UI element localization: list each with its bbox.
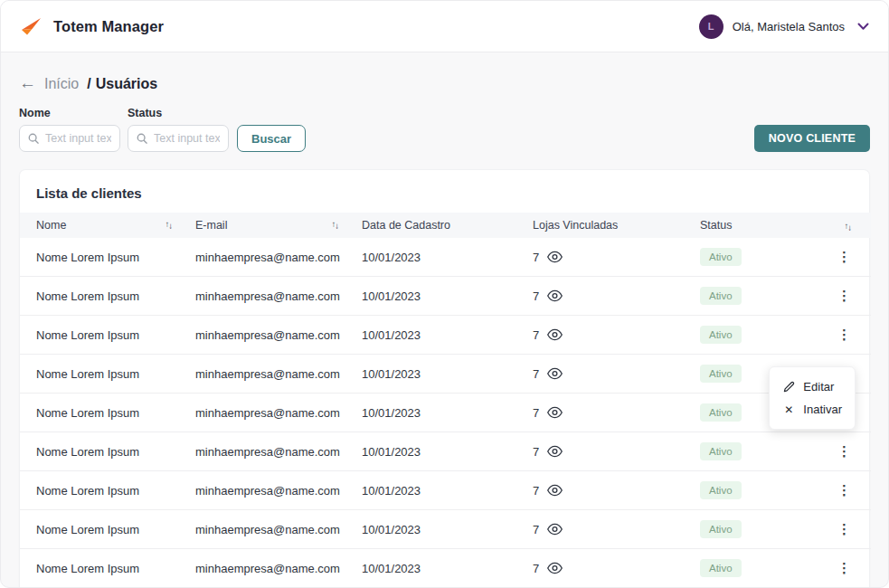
eye-icon[interactable] <box>547 367 563 380</box>
client-name-cell: Nome Lorem Ipsum <box>20 238 188 277</box>
eye-icon[interactable] <box>547 523 563 536</box>
stores-count: 7 <box>533 523 539 536</box>
client-date-cell: 10/01/2023 <box>355 316 525 355</box>
client-name-cell: Nome Lorem Ipsum <box>20 277 188 316</box>
client-status-cell: Ativo <box>693 432 819 471</box>
client-stores-cell: 7 <box>525 394 693 432</box>
sort-icon[interactable]: ↑↓ <box>845 221 852 232</box>
client-actions-cell: ⋮ <box>819 432 871 471</box>
user-menu[interactable]: L Olá, Maristela Santos <box>699 14 869 39</box>
client-date-cell: 10/01/2023 <box>355 277 525 316</box>
client-email-cell: minhaempresa@name.com <box>188 355 355 394</box>
client-stores-cell: 7 <box>525 471 693 510</box>
kebab-menu-icon[interactable]: ⋮ <box>837 327 851 342</box>
status-filter-input-wrap <box>128 125 229 152</box>
client-list-card: Lista de clientes Nome ↑↓ E-mail ↑↓ <box>19 169 870 588</box>
eye-icon[interactable] <box>547 328 563 341</box>
back-arrow-icon[interactable]: ← <box>19 74 36 93</box>
client-actions-cell: ⋮ <box>819 549 871 588</box>
client-date-cell: 10/01/2023 <box>355 355 525 394</box>
kebab-menu-icon[interactable]: ⋮ <box>837 521 851 536</box>
card-title: Lista de clientes <box>20 170 869 213</box>
status-badge: Ativo <box>700 248 742 266</box>
status-filter-field: Status <box>128 107 229 152</box>
kebab-menu-icon[interactable]: ⋮ <box>837 443 851 459</box>
status-badge: Ativo <box>700 287 742 305</box>
client-date-cell: 10/01/2023 <box>355 549 525 588</box>
kebab-menu-icon[interactable]: ⋮ <box>837 249 851 264</box>
column-label: Nome <box>36 219 66 232</box>
client-actions-cell: ⋮ <box>819 238 871 277</box>
table-row: Nome Lorem Ipsum minhaempresa@name.com 1… <box>20 355 871 394</box>
client-date-cell: 10/01/2023 <box>355 471 525 510</box>
stores-count: 7 <box>533 367 539 381</box>
client-stores-cell: 7 <box>525 277 693 316</box>
avatar[interactable]: L <box>699 14 723 39</box>
eye-icon[interactable] <box>547 562 563 574</box>
client-email-cell: minhaempresa@name.com <box>188 277 355 316</box>
kebab-menu-icon[interactable]: ⋮ <box>837 560 851 575</box>
table-row: Nome Lorem Ipsum minhaempresa@name.com 1… <box>20 394 871 432</box>
name-filter-input-wrap <box>19 125 120 152</box>
client-email-cell: minhaempresa@name.com <box>188 549 355 588</box>
eye-icon[interactable] <box>547 289 563 302</box>
client-stores-cell: 7 <box>525 549 693 588</box>
close-icon: ✕ <box>782 403 795 416</box>
row-context-menu: Editar ✕ Inativar <box>769 366 856 430</box>
stores-count: 7 <box>533 289 539 303</box>
eye-icon[interactable] <box>547 406 563 419</box>
client-date-cell: 10/01/2023 <box>355 238 525 277</box>
sort-icon[interactable]: ↑↓ <box>332 219 339 229</box>
status-badge: Ativo <box>700 442 742 460</box>
client-name-cell: Nome Lorem Ipsum <box>20 549 188 588</box>
client-stores-cell: 7 <box>525 510 693 549</box>
client-date-cell: 10/01/2023 <box>355 510 525 549</box>
kebab-menu-icon[interactable]: ⋮ <box>837 482 851 498</box>
sort-icon[interactable]: ↑↓ <box>166 219 173 229</box>
name-filter-input[interactable] <box>45 132 111 145</box>
chevron-down-icon[interactable] <box>857 23 869 31</box>
breadcrumb-usuarios: Usuários <box>96 76 157 92</box>
status-badge: Ativo <box>700 481 742 499</box>
table-body: Nome Lorem Ipsum minhaempresa@name.com 1… <box>20 238 871 588</box>
client-name-cell: Nome Lorem Ipsum <box>20 510 188 549</box>
menu-item-edit[interactable]: Editar <box>782 375 842 398</box>
new-client-button[interactable]: NOVO CLIENTE <box>754 125 870 152</box>
status-filter-label: Status <box>128 107 229 119</box>
status-badge: Ativo <box>700 559 742 577</box>
client-actions-cell: ⋮ <box>819 510 871 549</box>
column-header-actions: ↑↓ <box>819 213 871 238</box>
table-row: Nome Lorem Ipsum minhaempresa@name.com 1… <box>20 549 871 588</box>
client-status-cell: Ativo <box>693 549 819 588</box>
client-stores-cell: 7 <box>525 238 693 277</box>
client-status-cell: Ativo <box>693 316 819 355</box>
status-badge: Ativo <box>700 365 742 383</box>
menu-item-inactivate-label: Inativar <box>803 403 842 416</box>
search-icon <box>28 133 39 144</box>
status-badge: Ativo <box>700 403 742 422</box>
main-content: ← Início / Usuários Nome Status Buscar <box>1 52 888 588</box>
kebab-menu-icon[interactable]: ⋮ <box>837 288 851 303</box>
client-status-cell: Ativo <box>693 471 819 510</box>
breadcrumb-separator: / <box>87 76 90 92</box>
stores-count: 7 <box>533 406 539 420</box>
client-email-cell: minhaempresa@name.com <box>188 510 355 549</box>
eye-icon[interactable] <box>547 251 563 263</box>
client-stores-cell: 7 <box>525 316 693 355</box>
client-actions-cell: ⋮ <box>819 471 871 510</box>
breadcrumb-inicio[interactable]: Início <box>44 76 79 92</box>
table-row: Nome Lorem Ipsum minhaempresa@name.com 1… <box>20 316 871 355</box>
client-stores-cell: 7 <box>525 355 693 394</box>
client-name-cell: Nome Lorem Ipsum <box>20 316 188 355</box>
status-filter-input[interactable] <box>154 132 220 145</box>
table-row: Nome Lorem Ipsum minhaempresa@name.com 1… <box>20 277 871 316</box>
eye-icon[interactable] <box>547 484 563 497</box>
menu-item-inactivate[interactable]: ✕ Inativar <box>782 398 842 421</box>
stores-count: 7 <box>533 251 539 264</box>
table-header: Nome ↑↓ E-mail ↑↓ Data de Cadastro Lojas… <box>20 213 871 238</box>
topbar: Totem Manager L Olá, Maristela Santos <box>1 1 888 52</box>
name-filter-label: Nome <box>19 107 120 119</box>
pencil-icon <box>782 381 795 393</box>
search-button[interactable]: Buscar <box>237 125 306 152</box>
eye-icon[interactable] <box>547 445 563 458</box>
